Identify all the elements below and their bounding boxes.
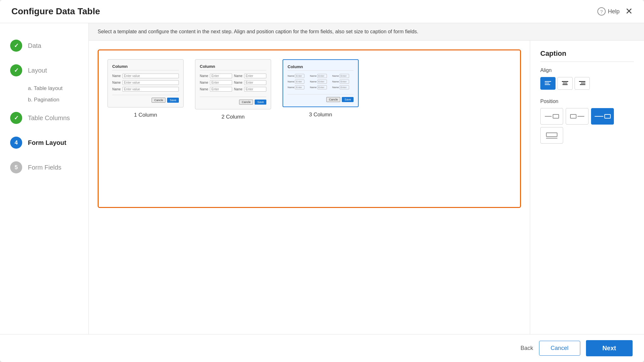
step-circle-layout: ✓ xyxy=(10,64,22,76)
preview-input-1: Enter value xyxy=(122,74,179,78)
configure-dialog: Configure Data Table ? Help ✕ ✓ Data ✓ L… xyxy=(0,0,644,362)
preview-cancel-3col: Cancle xyxy=(326,97,340,102)
align-left-button[interactable] xyxy=(540,77,556,90)
preview-header-3col: Column xyxy=(288,64,354,71)
preview-two-col-body: Name Enter Name Enter Name xyxy=(200,74,266,94)
dialog-footer: Back Cancel Next xyxy=(0,334,644,362)
position-inline-right-button[interactable] xyxy=(591,108,614,125)
template-card-2col[interactable]: Column Name Enter Name xyxy=(195,59,271,198)
svg-rect-5 xyxy=(563,84,568,85)
template-area: Column Name Enter value Name Enter value xyxy=(89,41,530,334)
preview-2col-row1a: Name Enter xyxy=(200,74,232,78)
step-circle-data: ✓ xyxy=(10,40,22,52)
template-border: Column Name Enter value Name Enter value xyxy=(98,49,521,208)
svg-rect-8 xyxy=(580,84,585,85)
preview-input-3: Enter value xyxy=(122,87,179,92)
template-preview-2col: Column Name Enter Name xyxy=(195,59,271,109)
preview-3col-a: NameEnter NameEnter NameEnter xyxy=(288,74,309,91)
svg-rect-2 xyxy=(545,84,550,85)
sidebar-label-data: Data xyxy=(28,42,41,49)
svg-rect-7 xyxy=(581,83,585,83)
preview-2col-row3b: Name Enter xyxy=(234,87,266,92)
step-circle-table-columns: ✓ xyxy=(10,112,22,124)
help-label: Help xyxy=(608,8,620,15)
preview-header-1col: Column xyxy=(112,64,179,70)
preview-footer-2col: Cancle Save xyxy=(200,97,266,105)
preview-3col-c: NameEnter NameEnter NameEnter xyxy=(332,74,354,91)
align-center-icon xyxy=(562,81,568,86)
template-preview-1col: Column Name Enter value Name Enter value xyxy=(107,59,184,107)
preview-footer-3col: Cancle Save xyxy=(288,94,354,102)
preview-row-3: Name Enter value xyxy=(112,87,179,92)
close-button[interactable]: ✕ xyxy=(625,7,633,16)
step-circle-form-layout: 4 xyxy=(10,137,22,149)
position-grid xyxy=(540,108,634,144)
preview-input-2: Enter value xyxy=(122,80,179,85)
align-right-icon xyxy=(579,81,585,86)
next-button[interactable]: Next xyxy=(586,340,633,356)
svg-rect-1 xyxy=(545,83,549,83)
preview-save-1col: Save xyxy=(167,98,179,103)
info-text: Select a template and configure the cont… xyxy=(98,29,418,34)
dialog-title: Configure Data Table xyxy=(11,6,100,16)
preview-label-3: Name xyxy=(112,87,121,91)
header-right: ? Help ✕ xyxy=(597,7,633,16)
sidebar: ✓ Data ✓ Layout a. Table layout b. Pagin… xyxy=(0,23,89,334)
template-label-3col: 3 Column xyxy=(309,112,332,118)
preview-row-1: Name Enter value xyxy=(112,74,179,78)
preview-three-col-body: NameEnter NameEnter NameEnter NameEnter … xyxy=(288,74,354,91)
align-left-icon xyxy=(545,81,551,86)
sidebar-item-form-fields[interactable]: 5 Form Fields xyxy=(0,155,88,180)
align-buttons xyxy=(540,77,634,90)
position-inline-right-icon xyxy=(595,114,611,119)
main-content: Select a template and configure the cont… xyxy=(89,23,644,334)
preview-col-2a: Name Enter Name Enter Name xyxy=(200,74,232,94)
help-button[interactable]: ? Help xyxy=(597,7,620,16)
position-bottom-icon xyxy=(546,133,557,139)
sidebar-item-table-columns[interactable]: ✓ Table Columns xyxy=(0,106,88,130)
back-button[interactable]: Back xyxy=(521,345,533,352)
svg-rect-4 xyxy=(563,83,567,83)
align-label: Align xyxy=(540,68,634,73)
position-top-left-button[interactable] xyxy=(540,108,563,125)
align-right-button[interactable] xyxy=(575,77,590,90)
preview-save-2col: Save xyxy=(255,100,266,105)
preview-label-2: Name xyxy=(112,81,121,84)
help-icon: ? xyxy=(597,7,606,16)
info-bar: Select a template and configure the cont… xyxy=(89,23,644,41)
position-row-2 xyxy=(540,127,634,144)
svg-rect-3 xyxy=(562,81,568,82)
template-card-3col[interactable]: Column NameEnter NameEnter NameEnter Nam… xyxy=(283,59,359,198)
content-area: Column Name Enter value Name Enter value xyxy=(89,41,644,334)
position-top-right-icon xyxy=(570,114,584,119)
preview-save-3col: Save xyxy=(342,97,354,102)
svg-rect-0 xyxy=(545,81,551,82)
template-label-1col: 1 Column xyxy=(134,112,157,118)
preview-2col-row2a: Name Enter xyxy=(200,80,232,85)
preview-row-2: Name Enter value xyxy=(112,80,179,85)
position-top-right-button[interactable] xyxy=(566,108,589,125)
sidebar-sub-table-layout[interactable]: a. Table layout xyxy=(0,83,88,94)
sidebar-item-form-layout[interactable]: 4 Form Layout xyxy=(0,130,88,155)
svg-rect-6 xyxy=(579,81,585,82)
position-top-left-icon xyxy=(545,114,559,119)
preview-2col-row1b: Name Enter xyxy=(234,74,266,78)
sidebar-sub-pagination[interactable]: b. Pagination xyxy=(0,94,88,106)
cancel-button[interactable]: Cancel xyxy=(539,341,580,356)
template-card-1col[interactable]: Column Name Enter value Name Enter value xyxy=(107,59,184,198)
preview-footer-1col: Cancle Save xyxy=(112,95,179,103)
sidebar-label-table-columns: Table Columns xyxy=(28,114,70,122)
dialog-header: Configure Data Table ? Help ✕ xyxy=(0,0,644,23)
preview-3col-b: NameEnter NameEnter NameEnter xyxy=(310,74,331,91)
sidebar-item-data[interactable]: ✓ Data xyxy=(0,33,88,58)
sidebar-label-form-layout: Form Layout xyxy=(28,139,66,146)
preview-col-2b: Name Enter Name Enter Name xyxy=(234,74,266,94)
sidebar-label-layout: Layout xyxy=(28,67,47,74)
preview-2col-row2b: Name Enter xyxy=(234,80,266,85)
align-center-button[interactable] xyxy=(557,77,573,90)
caption-panel: Caption Align xyxy=(530,41,644,334)
preview-cancel-2col: Cancle xyxy=(239,100,253,105)
position-bottom-button[interactable] xyxy=(540,127,563,144)
sidebar-item-layout[interactable]: ✓ Layout xyxy=(0,58,88,83)
template-label-2col: 2 Column xyxy=(222,114,245,120)
